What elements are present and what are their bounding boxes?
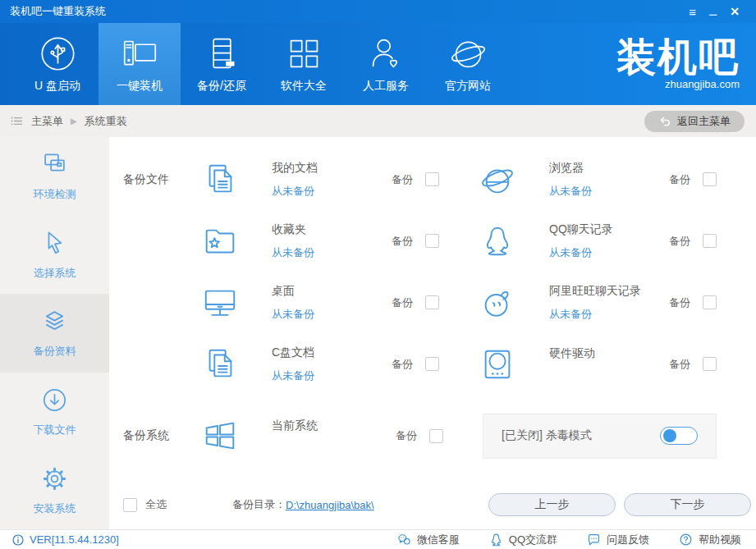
select-all-checkbox[interactable] — [123, 498, 137, 512]
tab-label: 官方网站 — [445, 79, 491, 94]
item-name: 收藏夹 — [272, 222, 392, 237]
backup-item-browser: 浏览器 从未备份 备份 — [479, 161, 756, 199]
sidebar-item-select-system[interactable]: 选择系统 — [0, 216, 109, 295]
window-controls: ≡ ─ ✕ — [689, 6, 746, 18]
item-name: C盘文档 — [272, 345, 392, 360]
tab-label: 人工服务 — [363, 79, 409, 94]
cursor-icon — [40, 229, 69, 258]
previous-step-button[interactable]: 上一步 — [488, 493, 616, 516]
tab-label: 备份/还原 — [197, 79, 246, 94]
item-name: QQ聊天记录 — [549, 222, 669, 237]
tab-usb-boot[interactable]: U 盘启动 — [16, 23, 99, 105]
qq-group-link[interactable]: QQ交流群 — [489, 533, 557, 547]
help-video-link[interactable]: 帮助视频 — [679, 533, 741, 547]
breadcrumb-root[interactable]: 主菜单 — [31, 114, 63, 129]
item-name: 硬件驱动 — [549, 346, 669, 361]
backup-check-label: 备份 — [669, 234, 690, 249]
backup-item-qq-history: QQ聊天记录 从未备份 备份 — [479, 222, 756, 260]
feedback-link[interactable]: 问题反馈 — [587, 533, 649, 547]
system-section-label: 备份系统 — [109, 428, 201, 443]
menu-list-icon — [10, 114, 24, 128]
backup-check-label: 备份 — [669, 172, 690, 187]
back-to-main-menu-button[interactable]: 返回主菜单 — [644, 111, 745, 132]
close-icon[interactable]: ✕ — [730, 6, 740, 17]
footer-links: 微信客服 QQ交流群 问题反馈 — [397, 533, 741, 547]
tab-one-key-install[interactable]: 一键装机 — [99, 23, 181, 105]
server-icon — [204, 35, 241, 72]
backup-system-row: 备份系统 当前系统 备份 [已关闭] 杀毒 — [109, 400, 756, 472]
sidebar-item-label: 选择系统 — [34, 266, 76, 281]
sidebar-item-env-check[interactable]: 环境检测 — [0, 137, 109, 216]
item-name: 当前系统 — [272, 419, 396, 433]
item-name: 桌面 — [272, 284, 392, 299]
antivirus-toggle[interactable] — [660, 427, 698, 445]
backup-checkbox[interactable] — [429, 429, 443, 443]
backup-check-label: 备份 — [392, 234, 413, 249]
toggle-knob — [663, 429, 676, 442]
backup-checkbox[interactable] — [425, 234, 439, 248]
select-all-label: 全选 — [145, 497, 167, 512]
backup-dir-link[interactable]: D:\zhuangjiba\bak\ — [286, 499, 374, 511]
footer: VER[11.5.44.1230] 微信客服 QQ交流群 — [0, 529, 756, 549]
folder-favorites-icon — [201, 222, 239, 260]
backup-item-hardware-driver: 硬件驱动 备份 — [479, 345, 756, 383]
backup-check-label: 备份 — [669, 295, 690, 310]
backup-checkbox[interactable] — [703, 295, 717, 309]
usb-icon — [39, 35, 76, 72]
return-arrow-icon — [658, 115, 671, 128]
item-status: 从未备份 — [549, 307, 669, 322]
tab-human-service[interactable]: 人工服务 — [345, 23, 427, 105]
logo-domain: zhuangjiba.com — [665, 78, 740, 90]
sidebar-item-download-files[interactable]: 下载文件 — [0, 373, 109, 451]
next-step-button[interactable]: 下一步 — [624, 493, 751, 516]
footer-link-label: 微信客服 — [417, 533, 460, 547]
item-status: 从未备份 — [272, 184, 392, 199]
tab-official-site[interactable]: 官方网站 — [427, 23, 509, 105]
backup-checkbox[interactable] — [703, 234, 717, 248]
logo-text: 装机吧 — [616, 30, 740, 85]
person-icon — [368, 35, 405, 72]
item-name: 浏览器 — [549, 161, 669, 176]
backup-checkbox[interactable] — [703, 357, 717, 371]
chat-bubble-icon — [587, 533, 601, 547]
backup-checkbox[interactable] — [425, 295, 439, 309]
qq-icon — [479, 222, 516, 260]
tab-software[interactable]: 软件大全 — [263, 23, 345, 105]
file-section-label: 备份文件 — [109, 172, 201, 187]
globe-icon — [450, 35, 487, 72]
layers-icon — [40, 307, 69, 336]
item-status — [272, 441, 396, 454]
gear-icon — [40, 464, 69, 493]
sidebar-item-install-system[interactable]: 安装系统 — [0, 451, 109, 529]
antivirus-mode-panel: [已关闭] 杀毒模式 — [483, 414, 717, 459]
qq-icon — [489, 533, 503, 547]
wechat-service-link[interactable]: 微信客服 — [397, 533, 460, 547]
item-status: 从未备份 — [272, 245, 392, 260]
sidebar-item-backup-data[interactable]: 备份资料 — [0, 294, 109, 373]
app-window: 装机吧一键重装系统 ≡ ─ ✕ U 盘启动 一键装机 — [0, 0, 756, 549]
backup-check-label: 备份 — [669, 357, 690, 372]
item-status: 从未备份 — [272, 368, 392, 383]
tab-backup-restore[interactable]: 备份/还原 — [181, 23, 263, 105]
backup-checkbox[interactable] — [425, 357, 439, 371]
backup-checkbox[interactable] — [425, 172, 439, 186]
menu-icon[interactable]: ≡ — [689, 6, 696, 18]
item-status: 从未备份 — [272, 307, 392, 322]
minimize-icon[interactable]: ─ — [709, 9, 717, 20]
footer-link-label: 帮助视频 — [699, 533, 741, 547]
desktop-icon — [201, 284, 239, 322]
backup-check-label: 备份 — [392, 295, 413, 310]
hardware-driver-icon — [479, 345, 516, 383]
brand-logo: 装机吧 zhuangjiba.com — [616, 30, 740, 90]
backup-checkbox[interactable] — [703, 172, 717, 186]
backup-item-c-drive-docs: C盘文档 从未备份 备份 — [201, 345, 479, 383]
tab-label: U 盘启动 — [34, 79, 80, 94]
question-circle-icon — [679, 533, 693, 547]
backup-check-label: 备份 — [396, 428, 417, 443]
documents-icon — [201, 345, 239, 383]
computer-icon — [121, 35, 158, 72]
tab-label: 一键装机 — [117, 79, 163, 94]
info-icon — [11, 533, 25, 547]
grid-icon — [286, 35, 323, 72]
sidebar-item-label: 下载文件 — [34, 423, 76, 437]
